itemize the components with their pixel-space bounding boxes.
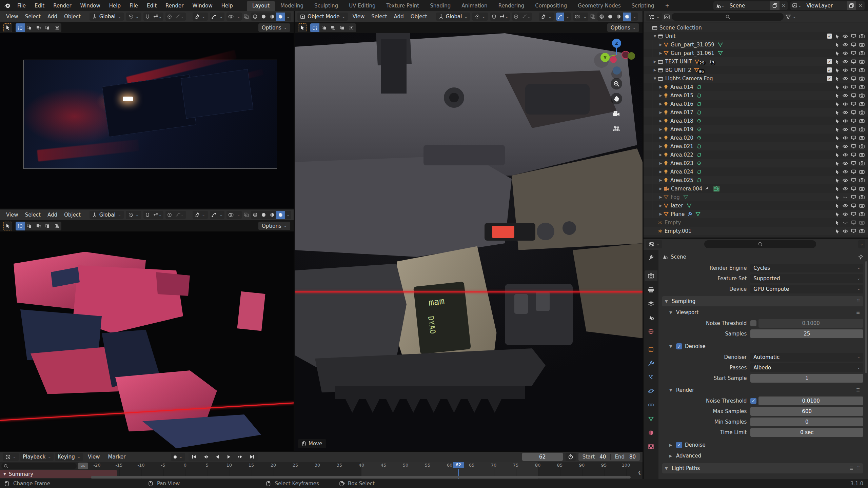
outliner-item-label[interactable]: TEXT UNIT — [665, 59, 692, 65]
outliner-row-area-022[interactable]: ▶Area.022 — [644, 150, 868, 159]
editor-type-dropdown[interactable]: ⌄ — [646, 13, 662, 21]
display-mode-icon[interactable] — [664, 15, 670, 19]
shading-rendered-icon[interactable] — [623, 13, 631, 21]
disable-viewport-icon[interactable] — [851, 195, 856, 199]
render-noise-threshold-checkbox[interactable]: ✓ — [750, 398, 756, 404]
disable-viewport-icon[interactable] — [851, 59, 856, 64]
expand-closed-icon[interactable]: ▶ — [652, 68, 658, 72]
select-pointer-icon[interactable] — [835, 42, 840, 47]
select-pointer-icon[interactable] — [835, 220, 840, 225]
show-gizmo-icon[interactable] — [210, 13, 218, 21]
noise-threshold-field[interactable]: 0.1000 — [758, 319, 863, 328]
disable-render-icon[interactable] — [859, 203, 865, 208]
noise-threshold-checkbox[interactable] — [750, 320, 756, 326]
outliner-row-area-024[interactable]: ▶Area.024 — [644, 167, 868, 176]
disable-viewport-icon[interactable] — [851, 93, 856, 98]
outliner-row-area-023[interactable]: ▶Area.023 — [644, 159, 868, 167]
snap-magnet-icon[interactable] — [143, 211, 152, 219]
disable-viewport-icon[interactable] — [851, 229, 856, 233]
annotate-dropdown[interactable]: ⌄ — [539, 13, 554, 21]
shading-wireframe-icon[interactable] — [251, 13, 259, 21]
options-button[interactable]: Options⌄ — [258, 222, 290, 230]
channel-search[interactable] — [1, 463, 77, 469]
exclude-checkbox[interactable]: ✓ — [827, 34, 832, 39]
proportional-edit-icon[interactable] — [165, 211, 174, 219]
proportional-falloff-dropdown[interactable]: ⌄ — [174, 211, 185, 219]
disable-viewport-icon[interactable] — [851, 178, 856, 182]
shading-rendered-icon[interactable] — [276, 211, 285, 219]
outliner-row-area-014[interactable]: ▶Area.014 — [644, 83, 868, 91]
render-denoise-checkbox[interactable]: ✓ — [676, 442, 682, 448]
disable-viewport-icon[interactable] — [851, 110, 856, 115]
pan-hand-icon[interactable] — [611, 93, 622, 104]
shading-solid-icon[interactable] — [606, 13, 614, 21]
select-intersect-icon[interactable] — [52, 23, 61, 32]
play-reverse-icon[interactable] — [212, 453, 223, 461]
snap-target-dropdown[interactable]: ⌄ — [152, 13, 163, 21]
hide-eye-icon[interactable] — [843, 229, 848, 233]
expand-closed-icon[interactable]: ▶ — [658, 187, 664, 190]
overlays-dropdown[interactable]: ⌄ — [235, 211, 242, 219]
expand-closed-icon[interactable]: ▶ — [658, 195, 664, 199]
denoise-checkbox[interactable]: ✓ — [676, 343, 682, 349]
select-invert-icon[interactable] — [43, 222, 52, 230]
select-pointer-icon[interactable] — [835, 186, 840, 191]
menu-add[interactable]: Add — [44, 211, 61, 219]
pivot-dropdown[interactable]: ⌄ — [126, 13, 141, 21]
select-extend-icon[interactable] — [319, 23, 329, 32]
hide-eye-icon[interactable] — [843, 77, 848, 81]
properties-tab-object[interactable] — [645, 344, 657, 355]
expand-closed-icon[interactable]: ▶ — [658, 94, 664, 97]
menu-render[interactable]: Render — [161, 1, 188, 10]
collapse-arrow-icon[interactable]: ❮ — [638, 470, 641, 475]
disable-viewport-icon[interactable] — [851, 119, 856, 123]
timeline-scrollbar[interactable] — [91, 476, 631, 479]
outliner-item-label[interactable]: Unit — [665, 33, 676, 39]
axis-z-neg[interactable] — [613, 66, 621, 75]
tab-texture-paint[interactable]: Texture Paint — [381, 1, 425, 11]
tab-layout[interactable]: Layout — [247, 1, 275, 11]
properties-tab-material[interactable] — [645, 427, 657, 438]
outliner-item-label[interactable]: Area.020 — [670, 135, 693, 141]
viewport-main-canvas[interactable]: mam DYAO — [295, 33, 643, 451]
shading-dropdown[interactable]: ⌄ — [285, 211, 291, 219]
outliner-item-label[interactable]: Gun_part_31.059 — [671, 42, 714, 48]
disable-render-icon[interactable] — [859, 136, 865, 140]
properties-tab-output[interactable] — [645, 284, 657, 295]
outliner-row-gun-part-31-059[interactable]: ▶Gun_part_31.059 — [644, 40, 868, 49]
overlays-dropdown[interactable]: ⌄ — [235, 13, 242, 21]
outliner-item-label[interactable]: BG UNIT 2 — [665, 67, 691, 73]
hide-eye-icon[interactable] — [843, 94, 848, 98]
outliner-item-label[interactable]: Area.019 — [670, 126, 693, 133]
disable-render-icon[interactable] — [859, 152, 865, 157]
select-subtract-icon[interactable] — [329, 23, 338, 32]
viewlayer-copy-icon[interactable] — [847, 1, 856, 10]
select-intersect-icon[interactable] — [52, 222, 61, 230]
disable-viewport-icon[interactable] — [851, 212, 856, 216]
gizmo-dropdown[interactable]: ⌄ — [218, 13, 224, 21]
tab-scripting[interactable]: Scripting — [626, 1, 660, 11]
current-frame-field[interactable]: 62 — [522, 453, 563, 461]
expand-closed-icon[interactable]: ▶ — [658, 170, 664, 174]
gizmo-dropdown[interactable]: ⌄ — [564, 13, 571, 21]
keying-menu[interactable]: Keying⌄ — [55, 453, 83, 461]
outliner-row-area-021[interactable]: ▶Area.021 — [644, 142, 868, 150]
hide-eye-icon[interactable] — [843, 144, 848, 148]
outliner-item-label[interactable]: Lights Camera Fog — [665, 76, 713, 82]
menu-file[interactable]: File — [125, 1, 142, 10]
expand-closed-icon[interactable]: ▶ — [658, 212, 664, 216]
menu-add[interactable]: Add — [391, 13, 407, 21]
disable-render-icon[interactable] — [859, 85, 865, 89]
select-invert-icon[interactable] — [338, 23, 347, 32]
filter-dropdown-icon[interactable]: ⌄ — [793, 15, 796, 19]
jump-to-end-icon[interactable] — [246, 453, 258, 461]
menu-view[interactable]: View — [3, 211, 22, 219]
properties-tab-world[interactable] — [645, 326, 657, 337]
hide-eye-icon[interactable] — [843, 204, 848, 208]
expand-closed-icon[interactable]: ▶ — [658, 144, 664, 148]
select-pointer-icon[interactable] — [835, 34, 840, 39]
timeline-body[interactable]: -20-15-10-505101520253035404550556065707… — [0, 462, 643, 479]
summary-expand-icon[interactable]: ▼ — [3, 472, 6, 476]
current-frame-badge[interactable]: 62 — [453, 462, 464, 468]
expand-closed-icon[interactable]: ▶ — [658, 119, 664, 123]
